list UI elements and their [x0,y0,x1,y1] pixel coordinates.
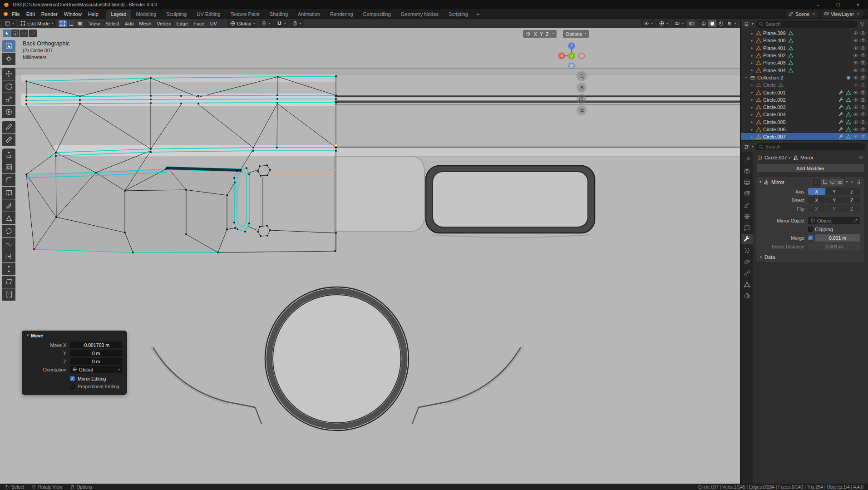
tool-loop-cut[interactable] [2,187,15,199]
menu-edit[interactable]: Edit [23,9,38,19]
move-operator-panel[interactable]: ▾ Move Move X-0.001703 mY0 mZ0 m Orienta… [22,331,127,395]
mirror-object-field[interactable]: Object [808,217,860,224]
properties-tab-particles[interactable] [741,245,753,256]
3d-viewport[interactable]: XYZ ▾ Options ▾ Back Orthographic (2) Ci… [0,28,740,484]
shading-rendered-button[interactable] [725,20,734,27]
axis-chip-x[interactable]: X [533,31,538,37]
blender-menu-icon[interactable] [3,11,9,17]
bisect-axis-y-button[interactable]: Y [826,197,843,203]
tool-scale[interactable] [2,93,15,105]
snap-toggle[interactable]: ▾ [274,20,288,27]
orientation-dropdown[interactable]: Global ▾ [70,366,122,373]
properties-tab-tool[interactable] [741,154,753,165]
tool-smooth[interactable] [2,238,15,250]
move-field-value[interactable]: 0 m [70,350,122,356]
properties-tab-physics[interactable] [741,257,753,267]
expander-icon[interactable]: ▸ [750,39,755,43]
face-select-mode-button[interactable] [76,20,84,27]
view-layer-selector[interactable]: ViewLayer × [821,10,863,18]
flip-axis-y-button[interactable]: Y [826,205,843,212]
tool-shear[interactable] [2,276,15,288]
camera-view-button[interactable] [577,94,587,104]
menu-file[interactable]: File [9,9,23,19]
tool-rip-region[interactable] [2,288,15,301]
add-workspace-button[interactable]: + [473,10,483,19]
mirror-axis-z-button[interactable]: Z [843,188,860,195]
outliner-row-plane-400[interactable]: ▸ Plane.400 [741,37,868,44]
shading-wireframe-button[interactable] [700,20,708,27]
properties-tab-world[interactable] [741,211,753,222]
flip-axis-x-button[interactable]: X [808,205,825,212]
navigation-gizmo[interactable]: Z X Y [557,42,586,70]
select-chip-tweak[interactable] [3,30,11,37]
outliner-editor-icon[interactable] [744,21,750,27]
gizmo-x-negative-axis[interactable] [579,53,585,59]
workspace-tab-uv-editing[interactable]: UV Editing [192,10,225,19]
axis-gizmo-chip[interactable]: XYZ ▾ [523,30,557,38]
tool-select-box[interactable] [2,40,15,52]
mode-selector[interactable]: Edit Mode ▾ [18,20,56,27]
outliner-row-circle-007[interactable]: ▸ Circle.007 [741,133,868,140]
outliner-row-circle-006[interactable]: ▸ Circle.006 [741,126,868,133]
minimize-button[interactable]: – [808,0,828,9]
properties-tab-object-data[interactable] [741,279,753,290]
editor-type-selector[interactable]: ▾ [2,20,16,27]
maximize-button[interactable]: □ [828,0,848,9]
outliner-row-plane-404[interactable]: ▸ Plane.404 [741,66,868,74]
modifier-toggle-realtime[interactable] [829,179,836,186]
mirror-axis-x-button[interactable]: X [808,188,825,195]
outliner-row-circle-001[interactable]: ▸ Circle.001 [741,89,868,96]
workspace-tab-rendering[interactable]: Rendering [325,10,358,19]
viewport-canvas[interactable] [0,28,740,484]
properties-tab-render[interactable] [741,166,753,176]
filter-icon[interactable] [859,21,865,27]
tool-extrude-region[interactable] [2,148,15,161]
tool-inset-faces[interactable] [2,161,15,173]
viewport-menu-view[interactable]: View [87,21,103,26]
bisect-distance-field[interactable]: 0.001 m [808,243,860,250]
properties-tab-view-layer[interactable] [741,188,753,199]
expander-icon[interactable]: ▸ [750,54,755,58]
proportional-editing-selector[interactable]: ▾ [290,20,304,27]
modifier-delete-icon[interactable]: × [849,180,854,185]
workspace-tab-modeling[interactable]: Modeling [131,10,162,19]
expander-icon[interactable]: ▸ [750,31,755,35]
properties-tab-object[interactable] [741,223,753,233]
shading-material-button[interactable] [717,20,725,27]
unlink-view-layer-icon[interactable]: × [856,11,860,16]
clipping-checkbox[interactable] [808,227,813,232]
gizmo-z-negative-axis[interactable] [569,63,575,69]
outliner-row-plane-399[interactable]: ▸ Plane.399 [741,30,868,37]
expander-icon[interactable]: ▸ [750,83,755,87]
zoom-button[interactable] [577,71,587,81]
scene-selector[interactable]: Scene × [786,10,819,18]
outliner-row-circle-003[interactable]: ▸ Circle.003 [741,104,868,111]
modifier-toggle-cage[interactable] [813,179,820,186]
workspace-tab-sculpting[interactable]: Sculpting [161,10,192,19]
show-gizmo-dropdown[interactable]: ▾ [656,20,671,27]
properties-tab-modifiers[interactable] [741,234,753,244]
viewport-menu-uv[interactable]: UV [207,21,220,26]
outliner-row-collection-2[interactable]: ▾ Collection 2 [741,74,868,81]
select-chip-select-box[interactable] [11,30,20,37]
properties-tab-constraints[interactable] [741,268,753,278]
expander-icon[interactable]: ▾ [744,75,749,79]
pin-icon[interactable] [858,155,864,161]
move-field-value[interactable]: 0 m [70,358,122,365]
select-chip-select-circle[interactable] [20,30,28,37]
modifier-expand-icon[interactable]: ▾ [760,180,761,184]
ortho-toggle-button[interactable] [577,105,587,115]
expander-icon[interactable]: ▸ [750,68,755,72]
workspace-tab-texture-paint[interactable]: Texture Paint [225,10,264,19]
toggle-xray-button[interactable] [687,20,695,27]
tool-shrink-fatten[interactable] [2,263,15,275]
properties-search-input[interactable] [765,144,862,149]
axis-chip-z[interactable]: Z [544,31,550,37]
workspace-tab-geometry-nodes[interactable]: Geometry Nodes [396,10,444,19]
pivot-point-selector[interactable]: ▾ [259,20,273,27]
properties-tab-output[interactable] [741,177,753,188]
expander-icon[interactable]: ▸ [750,120,755,124]
outliner-row-plane-403[interactable]: ▸ Plane.403 [741,59,868,66]
bisect-axis-z-button[interactable]: Z [843,197,860,203]
modifier-header[interactable]: ▾ Mirror ▾ × [756,177,864,187]
